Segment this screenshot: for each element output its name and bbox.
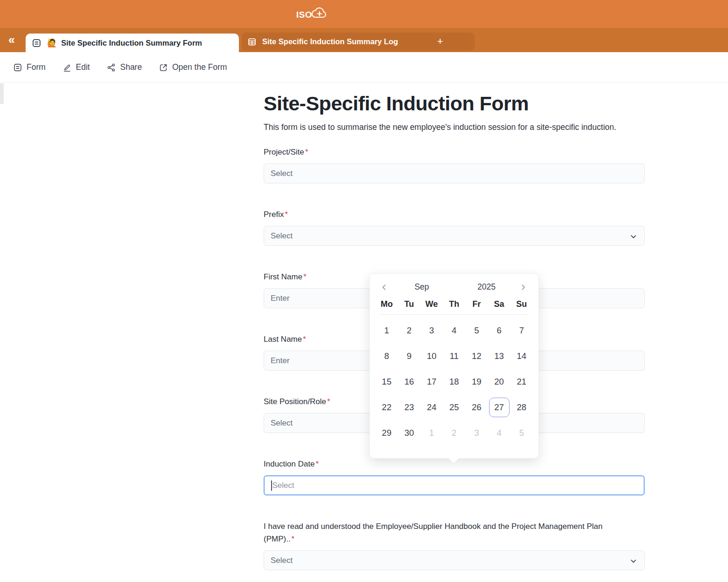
text-caret bbox=[271, 480, 272, 491]
edit-button[interactable]: Edit bbox=[62, 62, 90, 72]
calendar-day[interactable]: 13 bbox=[488, 343, 510, 369]
required-asterisk: * bbox=[316, 460, 319, 468]
calendar-day[interactable]: 20 bbox=[488, 369, 510, 394]
calendar-day[interactable]: 24 bbox=[421, 394, 443, 420]
calendar-day[interactable]: 22 bbox=[375, 394, 398, 420]
calendar-day[interactable]: 28 bbox=[510, 394, 533, 420]
date-picker-popup: Sep 2025 MoTuWeThFrSaSu 1234567891011121… bbox=[369, 273, 539, 459]
calendar-day[interactable]: 25 bbox=[443, 394, 465, 420]
chevron-right-icon[interactable] bbox=[519, 283, 528, 291]
field-label: Project/Site bbox=[264, 148, 304, 156]
weekday-label: Fr bbox=[465, 299, 488, 313]
calendar-day[interactable]: 8 bbox=[375, 343, 398, 369]
form-title: Site-Specific Induction Form bbox=[264, 91, 645, 115]
form-toolbar: Form Edit Share Open the Form bbox=[0, 52, 728, 83]
calendar-day-selected[interactable]: 27 bbox=[488, 394, 510, 420]
field-label: Last Name bbox=[264, 335, 302, 344]
calendar-day[interactable]: 6 bbox=[488, 318, 510, 343]
form-icon bbox=[13, 63, 22, 72]
field-prefix: Prefix* Select bbox=[264, 208, 645, 246]
calendar-day[interactable]: 7 bbox=[510, 318, 533, 343]
field-placeholder: Select bbox=[271, 169, 293, 178]
calendar-day[interactable]: 17 bbox=[421, 369, 443, 394]
calendar-day[interactable]: 23 bbox=[398, 394, 420, 420]
calendar-day[interactable]: 26 bbox=[465, 394, 488, 420]
weekday-label: Sa bbox=[488, 299, 510, 313]
calendar-day[interactable]: 21 bbox=[510, 369, 533, 394]
required-asterisk: * bbox=[292, 535, 295, 543]
calendar-day[interactable]: 10 bbox=[421, 343, 443, 369]
calendar-day[interactable]: 3 bbox=[465, 420, 488, 446]
project-site-input[interactable]: Select bbox=[264, 163, 645, 183]
calendar-day[interactable]: 3 bbox=[421, 318, 443, 343]
prefix-input[interactable]: Select bbox=[264, 226, 645, 246]
top-banner: ISO bbox=[0, 0, 728, 28]
add-tab-button[interactable]: + bbox=[432, 34, 448, 49]
field-i-have-read-and-understood-the-employee-: I have read and understood the Employee/… bbox=[264, 520, 645, 570]
calendar-month[interactable]: Sep bbox=[389, 282, 454, 292]
calendar-day[interactable]: 2 bbox=[398, 318, 420, 343]
tab-induction-summary-form[interactable]: 🙋 Site Specific Induction Summary Form bbox=[26, 34, 239, 52]
weekday-label: Tu bbox=[398, 299, 420, 313]
induction-date-input[interactable]: Select bbox=[264, 475, 645, 495]
calendar-day[interactable]: 16 bbox=[398, 369, 420, 394]
required-asterisk: * bbox=[305, 148, 308, 156]
field-project-site: Project/Site* Select bbox=[264, 146, 645, 183]
calendar-day[interactable]: 9 bbox=[398, 343, 420, 369]
calendar-day[interactable]: 4 bbox=[443, 318, 465, 343]
open-the-form-button[interactable]: Open the Form bbox=[159, 62, 227, 72]
calendar-day[interactable]: 4 bbox=[488, 420, 510, 446]
collapsed-sidebar-handle[interactable] bbox=[0, 83, 4, 104]
calendar-day[interactable]: 12 bbox=[465, 343, 488, 369]
calendar-header: Sep 2025 bbox=[370, 274, 538, 292]
calendar-day[interactable]: 14 bbox=[510, 343, 533, 369]
app-logo: ISO bbox=[296, 7, 327, 20]
field-placeholder: Select bbox=[271, 419, 293, 428]
cloud-plus-icon bbox=[311, 7, 327, 19]
calendar-day[interactable]: 5 bbox=[510, 420, 533, 446]
i-have-read-and-understood-the-employee--input[interactable]: Select bbox=[264, 550, 645, 570]
calendar-day[interactable]: 19 bbox=[465, 369, 488, 394]
chevron-left-icon[interactable] bbox=[380, 283, 389, 291]
required-asterisk: * bbox=[327, 397, 330, 406]
weekday-label: We bbox=[421, 299, 443, 313]
edit-pencil-icon bbox=[62, 63, 72, 72]
tab-bar: « 🙋 Site Specific Induction Summary Form… bbox=[0, 28, 728, 52]
share-nodes-icon bbox=[107, 63, 116, 72]
weekday-label: Mo bbox=[375, 299, 398, 313]
calendar-day[interactable]: 5 bbox=[465, 318, 488, 343]
field-placeholder: Enter bbox=[271, 294, 290, 303]
calendar-day[interactable]: 11 bbox=[443, 343, 465, 369]
weekday-label: Su bbox=[510, 299, 533, 313]
tab-label: Site Specific Induction Summary Log bbox=[262, 37, 398, 46]
form-description: This form is used to summarise the new e… bbox=[264, 121, 645, 134]
collapse-sidebar-button[interactable]: « bbox=[8, 33, 15, 46]
form-view-button[interactable]: Form bbox=[13, 62, 46, 72]
field-placeholder: Enter bbox=[271, 356, 290, 365]
required-asterisk: * bbox=[303, 335, 306, 344]
calendar-day[interactable]: 1 bbox=[421, 420, 443, 446]
required-asterisk: * bbox=[303, 272, 306, 281]
person-raising-hand-icon: 🙋 bbox=[47, 38, 57, 48]
calendar-grid: 1234567891011121314151617181920212223242… bbox=[370, 315, 538, 446]
calendar-day[interactable]: 29 bbox=[375, 420, 398, 446]
form-icon bbox=[32, 38, 41, 48]
tab-label: Site Specific Induction Summary Form bbox=[61, 39, 202, 47]
field-label: First Name bbox=[264, 272, 302, 281]
weekday-label: Th bbox=[443, 299, 465, 313]
field-placeholder: Select bbox=[271, 556, 293, 565]
field-placeholder: Select bbox=[271, 231, 293, 241]
calendar-year[interactable]: 2025 bbox=[454, 282, 519, 292]
field-label: Site Position/Role bbox=[264, 397, 326, 406]
calendar-day[interactable]: 18 bbox=[443, 369, 465, 394]
calendar-weekdays: MoTuWeThFrSaSu bbox=[370, 299, 538, 313]
table-icon bbox=[247, 37, 257, 47]
calendar-day[interactable]: 15 bbox=[375, 369, 398, 394]
calendar-day[interactable]: 2 bbox=[443, 420, 465, 446]
field-label: Prefix bbox=[264, 210, 284, 219]
calendar-day[interactable]: 30 bbox=[398, 420, 420, 446]
calendar-day[interactable]: 1 bbox=[375, 318, 398, 343]
external-link-icon bbox=[159, 63, 168, 72]
share-button[interactable]: Share bbox=[107, 62, 142, 72]
field-label: Induction Date bbox=[264, 460, 315, 468]
